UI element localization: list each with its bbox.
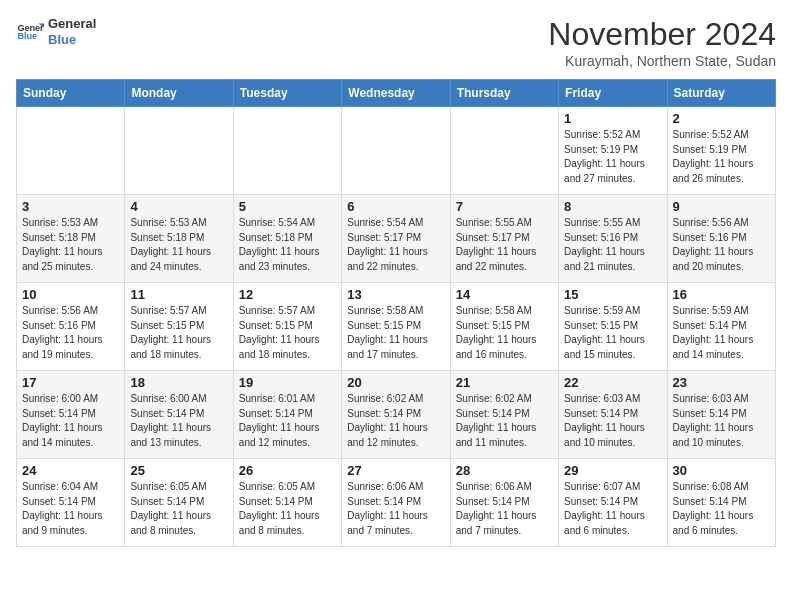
calendar-cell: 12Sunrise: 5:57 AMSunset: 5:15 PMDayligh… [233,283,341,371]
day-number: 10 [22,287,119,302]
calendar-cell: 27Sunrise: 6:06 AMSunset: 5:14 PMDayligh… [342,459,450,547]
day-info: Sunrise: 5:55 AMSunset: 5:16 PMDaylight:… [564,216,661,274]
day-info: Sunrise: 5:53 AMSunset: 5:18 PMDaylight:… [22,216,119,274]
logo-icon: General Blue [16,18,44,46]
day-info: Sunrise: 6:00 AMSunset: 5:14 PMDaylight:… [130,392,227,450]
calendar-cell: 10Sunrise: 5:56 AMSunset: 5:16 PMDayligh… [17,283,125,371]
calendar-cell: 4Sunrise: 5:53 AMSunset: 5:18 PMDaylight… [125,195,233,283]
calendar-cell: 21Sunrise: 6:02 AMSunset: 5:14 PMDayligh… [450,371,558,459]
day-info: Sunrise: 6:00 AMSunset: 5:14 PMDaylight:… [22,392,119,450]
day-number: 9 [673,199,770,214]
day-number: 5 [239,199,336,214]
day-info: Sunrise: 5:52 AMSunset: 5:19 PMDaylight:… [673,128,770,186]
day-info: Sunrise: 5:58 AMSunset: 5:15 PMDaylight:… [347,304,444,362]
day-info: Sunrise: 6:07 AMSunset: 5:14 PMDaylight:… [564,480,661,538]
calendar-cell: 28Sunrise: 6:06 AMSunset: 5:14 PMDayligh… [450,459,558,547]
calendar-cell: 7Sunrise: 5:55 AMSunset: 5:17 PMDaylight… [450,195,558,283]
weekday-header-sunday: Sunday [17,80,125,107]
calendar-cell [17,107,125,195]
weekday-header-thursday: Thursday [450,80,558,107]
svg-text:Blue: Blue [17,31,37,41]
weekday-header-tuesday: Tuesday [233,80,341,107]
day-info: Sunrise: 5:56 AMSunset: 5:16 PMDaylight:… [673,216,770,274]
calendar-cell: 22Sunrise: 6:03 AMSunset: 5:14 PMDayligh… [559,371,667,459]
day-number: 4 [130,199,227,214]
day-number: 22 [564,375,661,390]
day-number: 20 [347,375,444,390]
calendar-cell: 20Sunrise: 6:02 AMSunset: 5:14 PMDayligh… [342,371,450,459]
day-number: 7 [456,199,553,214]
calendar-cell: 16Sunrise: 5:59 AMSunset: 5:14 PMDayligh… [667,283,775,371]
calendar-cell: 6Sunrise: 5:54 AMSunset: 5:17 PMDaylight… [342,195,450,283]
calendar-cell: 23Sunrise: 6:03 AMSunset: 5:14 PMDayligh… [667,371,775,459]
day-info: Sunrise: 5:59 AMSunset: 5:15 PMDaylight:… [564,304,661,362]
calendar-cell: 25Sunrise: 6:05 AMSunset: 5:14 PMDayligh… [125,459,233,547]
calendar-cell: 1Sunrise: 5:52 AMSunset: 5:19 PMDaylight… [559,107,667,195]
calendar-cell: 29Sunrise: 6:07 AMSunset: 5:14 PMDayligh… [559,459,667,547]
day-number: 1 [564,111,661,126]
week-row-2: 10Sunrise: 5:56 AMSunset: 5:16 PMDayligh… [17,283,776,371]
day-info: Sunrise: 5:59 AMSunset: 5:14 PMDaylight:… [673,304,770,362]
day-number: 2 [673,111,770,126]
week-row-0: 1Sunrise: 5:52 AMSunset: 5:19 PMDaylight… [17,107,776,195]
day-number: 12 [239,287,336,302]
day-info: Sunrise: 5:58 AMSunset: 5:15 PMDaylight:… [456,304,553,362]
day-number: 13 [347,287,444,302]
day-info: Sunrise: 6:04 AMSunset: 5:14 PMDaylight:… [22,480,119,538]
calendar-cell [342,107,450,195]
weekday-header-wednesday: Wednesday [342,80,450,107]
day-info: Sunrise: 6:03 AMSunset: 5:14 PMDaylight:… [564,392,661,450]
day-info: Sunrise: 5:57 AMSunset: 5:15 PMDaylight:… [130,304,227,362]
week-row-3: 17Sunrise: 6:00 AMSunset: 5:14 PMDayligh… [17,371,776,459]
day-info: Sunrise: 5:57 AMSunset: 5:15 PMDaylight:… [239,304,336,362]
title-section: November 2024 Kuraymah, Northern State, … [548,16,776,69]
weekday-header-saturday: Saturday [667,80,775,107]
calendar-cell [233,107,341,195]
logo: General Blue General Blue [16,16,96,47]
calendar-cell: 30Sunrise: 6:08 AMSunset: 5:14 PMDayligh… [667,459,775,547]
calendar-table: SundayMondayTuesdayWednesdayThursdayFrid… [16,79,776,547]
day-number: 11 [130,287,227,302]
logo-text: General Blue [48,16,96,47]
day-number: 3 [22,199,119,214]
day-number: 26 [239,463,336,478]
day-info: Sunrise: 5:54 AMSunset: 5:18 PMDaylight:… [239,216,336,274]
day-info: Sunrise: 6:03 AMSunset: 5:14 PMDaylight:… [673,392,770,450]
day-number: 17 [22,375,119,390]
location-subtitle: Kuraymah, Northern State, Sudan [548,53,776,69]
calendar-cell: 14Sunrise: 5:58 AMSunset: 5:15 PMDayligh… [450,283,558,371]
day-number: 18 [130,375,227,390]
calendar-cell: 19Sunrise: 6:01 AMSunset: 5:14 PMDayligh… [233,371,341,459]
calendar-cell: 5Sunrise: 5:54 AMSunset: 5:18 PMDaylight… [233,195,341,283]
weekday-header-friday: Friday [559,80,667,107]
calendar-cell: 13Sunrise: 5:58 AMSunset: 5:15 PMDayligh… [342,283,450,371]
calendar-cell: 24Sunrise: 6:04 AMSunset: 5:14 PMDayligh… [17,459,125,547]
day-number: 19 [239,375,336,390]
week-row-1: 3Sunrise: 5:53 AMSunset: 5:18 PMDaylight… [17,195,776,283]
calendar-cell: 17Sunrise: 6:00 AMSunset: 5:14 PMDayligh… [17,371,125,459]
day-info: Sunrise: 6:05 AMSunset: 5:14 PMDaylight:… [130,480,227,538]
calendar-cell: 9Sunrise: 5:56 AMSunset: 5:16 PMDaylight… [667,195,775,283]
month-title: November 2024 [548,16,776,53]
weekday-header-row: SundayMondayTuesdayWednesdayThursdayFrid… [17,80,776,107]
day-info: Sunrise: 6:06 AMSunset: 5:14 PMDaylight:… [347,480,444,538]
day-info: Sunrise: 6:05 AMSunset: 5:14 PMDaylight:… [239,480,336,538]
day-info: Sunrise: 5:55 AMSunset: 5:17 PMDaylight:… [456,216,553,274]
calendar-cell: 2Sunrise: 5:52 AMSunset: 5:19 PMDaylight… [667,107,775,195]
day-number: 15 [564,287,661,302]
day-number: 6 [347,199,444,214]
calendar-cell: 18Sunrise: 6:00 AMSunset: 5:14 PMDayligh… [125,371,233,459]
day-number: 30 [673,463,770,478]
day-number: 21 [456,375,553,390]
logo-line1: General [48,16,96,32]
calendar-cell: 26Sunrise: 6:05 AMSunset: 5:14 PMDayligh… [233,459,341,547]
week-row-4: 24Sunrise: 6:04 AMSunset: 5:14 PMDayligh… [17,459,776,547]
day-info: Sunrise: 5:54 AMSunset: 5:17 PMDaylight:… [347,216,444,274]
day-info: Sunrise: 5:56 AMSunset: 5:16 PMDaylight:… [22,304,119,362]
day-number: 29 [564,463,661,478]
day-info: Sunrise: 6:06 AMSunset: 5:14 PMDaylight:… [456,480,553,538]
calendar-cell: 11Sunrise: 5:57 AMSunset: 5:15 PMDayligh… [125,283,233,371]
day-number: 8 [564,199,661,214]
day-number: 16 [673,287,770,302]
calendar-cell: 8Sunrise: 5:55 AMSunset: 5:16 PMDaylight… [559,195,667,283]
